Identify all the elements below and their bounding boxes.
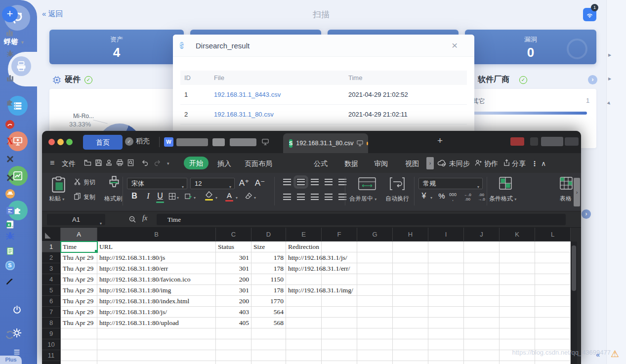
cell-E7[interactable]: [286, 307, 322, 318]
stat-card-vulns[interactable]: 漏洞 0: [465, 30, 596, 64]
cell-I3[interactable]: [428, 263, 464, 274]
spider-scan-icon[interactable]: [0, 231, 20, 241]
cell-C7[interactable]: 403: [216, 307, 251, 318]
cell-J12[interactable]: [464, 361, 500, 364]
table-style-icon[interactable]: [560, 177, 573, 190]
cell-A11[interactable]: [61, 350, 97, 361]
cell-L3[interactable]: [535, 263, 571, 274]
cell-G3[interactable]: [357, 263, 393, 274]
excel-file-icon[interactable]: Xa: [0, 220, 20, 229]
cell-G2[interactable]: [357, 252, 393, 263]
menu-page-layout[interactable]: 页面布局: [245, 160, 272, 168]
row-header-1[interactable]: 1: [42, 242, 61, 252]
collapse-ribbon-icon[interactable]: ∧: [541, 160, 546, 167]
cell-J6[interactable]: [464, 296, 500, 307]
cell-C2[interactable]: 301: [216, 252, 251, 263]
align-top-button[interactable]: [283, 179, 291, 185]
menu-insert[interactable]: 插入: [217, 160, 231, 168]
cell-D12[interactable]: [251, 361, 286, 364]
cell-G6[interactable]: [357, 296, 393, 307]
cell-G11[interactable]: [357, 350, 393, 361]
menu-view[interactable]: 视图: [405, 160, 419, 168]
cell-G1[interactable]: [357, 242, 393, 252]
cell-A2[interactable]: Thu Apr 29: [61, 252, 97, 263]
cell-G5[interactable]: [357, 285, 393, 296]
cell-K3[interactable]: [500, 263, 535, 274]
cell-H5[interactable]: [393, 285, 428, 296]
column-header-C[interactable]: C: [216, 228, 251, 242]
crossed-tools-icon[interactable]: [0, 155, 20, 163]
row-header-2[interactable]: 2: [42, 252, 61, 263]
cell-D6[interactable]: 1770: [251, 296, 286, 307]
menu-overflow-button[interactable]: ›: [426, 157, 434, 169]
align-middle-button[interactable]: [297, 179, 305, 185]
cell-K7[interactable]: [500, 307, 535, 318]
spy-tool-icon[interactable]: [0, 189, 20, 199]
print-icon[interactable]: [116, 159, 124, 166]
font-size-select[interactable]: 12▾: [190, 178, 235, 189]
eraser-button[interactable]: [245, 192, 252, 200]
cell-B11[interactable]: [97, 350, 216, 361]
highlight-dropdown-icon[interactable]: ▾: [215, 196, 217, 200]
sync-status[interactable]: 未同步: [449, 160, 470, 168]
column-header-F[interactable]: F: [322, 228, 357, 242]
column-header-K[interactable]: K: [500, 228, 535, 242]
dialog-header[interactable]: S Dirsearch_result ×: [173, 35, 474, 57]
cell-A5[interactable]: Thu Apr 29: [61, 285, 97, 296]
cell-I9[interactable]: [428, 328, 464, 339]
align-center-button[interactable]: [297, 194, 305, 200]
row-header-3[interactable]: 3: [42, 263, 61, 274]
expand-triangle-icon[interactable]: ▶: [608, 53, 611, 57]
cell-B3[interactable]: http://192.168.31.1:80/err: [97, 263, 216, 274]
plugin-puzzle-icon[interactable]: [0, 98, 20, 107]
cell-L8[interactable]: [535, 318, 571, 328]
cell-I11[interactable]: [428, 350, 464, 361]
cell-A6[interactable]: Thu Apr 29: [61, 296, 97, 307]
cell-H12[interactable]: [393, 361, 428, 364]
cell-C11[interactable]: [216, 350, 251, 361]
grow-font-button[interactable]: A⁺: [239, 178, 250, 188]
cell-A3[interactable]: Thu Apr 29: [61, 263, 97, 274]
tab-docer[interactable]: ✓ 稻壳: [125, 137, 150, 146]
cell-F12[interactable]: [322, 361, 357, 364]
add-button[interactable]: +: [0, 6, 20, 22]
font-family-select[interactable]: 宋体▾: [127, 178, 187, 189]
cell-D7[interactable]: 564: [251, 307, 286, 318]
cell-H6[interactable]: [393, 296, 428, 307]
report-doc-icon[interactable]: [0, 247, 20, 255]
cell-J4[interactable]: [464, 274, 500, 285]
cell-H7[interactable]: [393, 307, 428, 318]
column-header-L[interactable]: L: [535, 228, 571, 242]
row-header-8[interactable]: 8: [42, 318, 61, 328]
font-color-dropdown-icon[interactable]: ▾: [236, 196, 238, 200]
column-header-H[interactable]: H: [393, 228, 428, 242]
cell-G12[interactable]: [357, 361, 393, 364]
cell-J8[interactable]: [464, 318, 500, 328]
copy-icon[interactable]: [74, 193, 81, 200]
stat-card-assets[interactable]: 资产 4: [49, 30, 184, 64]
highlight-color-button[interactable]: [205, 191, 213, 198]
cell-E5[interactable]: http://192.168.31.1/img/: [286, 285, 322, 296]
vertical-scrollbar[interactable]: [571, 242, 577, 364]
cell-K1[interactable]: [500, 242, 535, 252]
column-header-I[interactable]: I: [428, 228, 464, 242]
cell-F6[interactable]: [322, 296, 357, 307]
increase-decimal-button[interactable]: ←.0 .00: [464, 193, 471, 202]
cell-I12[interactable]: [428, 361, 464, 364]
cell-E1[interactable]: Redirection: [286, 242, 322, 252]
cell-I8[interactable]: [428, 318, 464, 328]
cell-K4[interactable]: [500, 274, 535, 285]
cell-C8[interactable]: 405: [216, 318, 251, 328]
cell-G8[interactable]: [357, 318, 393, 328]
cell-J2[interactable]: [464, 252, 500, 263]
cell-F10[interactable]: [322, 339, 357, 350]
row-header-11[interactable]: 11: [42, 350, 61, 361]
bold-button[interactable]: B: [129, 192, 140, 201]
fill-dropdown-icon[interactable]: ▾: [194, 196, 196, 200]
cell-K9[interactable]: [500, 328, 535, 339]
align-bottom-button[interactable]: [311, 179, 319, 185]
save-icon[interactable]: [95, 159, 102, 166]
decrease-indent-button[interactable]: [325, 179, 333, 185]
decrease-decimal-button[interactable]: .00 →.0: [478, 193, 485, 202]
fx-icon[interactable]: fx: [142, 214, 147, 222]
